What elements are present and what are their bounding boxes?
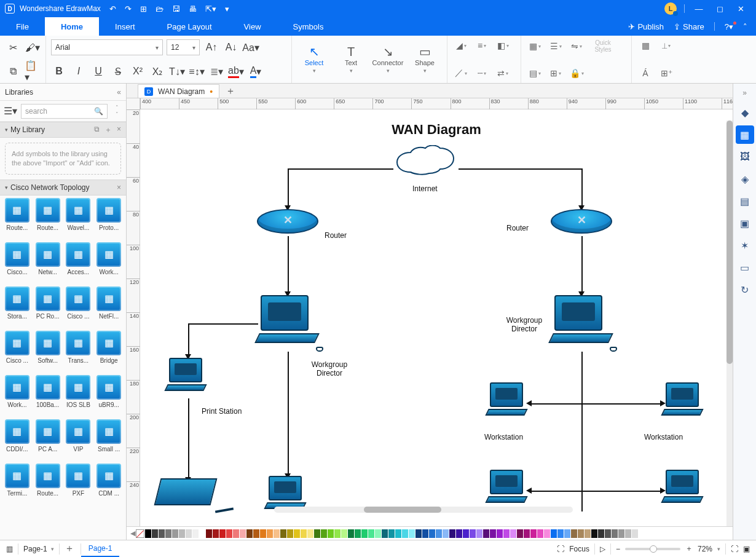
crop-icon[interactable]: ⟂ [658, 39, 675, 52]
color-chip[interactable] [226, 529, 232, 538]
connector-tool[interactable]: ↘Connector▾ [369, 38, 406, 81]
color-chip[interactable] [585, 529, 591, 538]
send-back-icon[interactable]: ▤ [526, 67, 543, 79]
library-item[interactable]: ▦PXF [64, 464, 93, 507]
color-chip[interactable] [341, 529, 347, 538]
rp-crossref-icon[interactable]: ✶ [736, 236, 754, 255]
page-tab[interactable]: Page-1 [81, 540, 120, 557]
shape-tool[interactable]: ▭Shape▾ [406, 38, 443, 81]
color-chip[interactable] [429, 529, 435, 538]
library-item[interactable]: ▦Small ... [94, 419, 124, 462]
shape-wg-left[interactable] [258, 295, 320, 350]
color-chip[interactable] [348, 529, 354, 538]
strikethrough-icon[interactable]: S̶ [110, 63, 126, 79]
color-strip-prev-icon[interactable]: ◀ [130, 529, 135, 537]
lock-icon[interactable]: 🔒 [568, 67, 585, 79]
paste-icon[interactable]: 📋▾ [25, 63, 41, 79]
canvas-v-scrollbar[interactable] [726, 120, 733, 526]
library-item[interactable]: ▦Proto... [94, 198, 124, 241]
lib-close-icon[interactable]: × [117, 125, 121, 135]
color-chip[interactable] [199, 529, 205, 538]
font-color-icon[interactable]: A▾ [248, 63, 264, 79]
color-chip[interactable] [382, 529, 388, 538]
color-chip[interactable] [571, 529, 577, 538]
shape-router-right[interactable] [551, 209, 612, 239]
color-chip[interactable] [152, 529, 158, 538]
insert-page-icon[interactable]: ▦ [637, 39, 654, 52]
rp-page-icon[interactable]: ▤ [736, 192, 754, 210]
text-find-icon[interactable]: Á [637, 67, 654, 79]
cut-icon[interactable]: ✂ [5, 39, 21, 55]
color-chip[interactable] [497, 529, 503, 538]
select-tool[interactable]: ↖Select▾ [296, 38, 333, 81]
color-chip[interactable] [422, 529, 428, 538]
library-item[interactable]: ▦NetFl... [94, 286, 124, 330]
color-chip[interactable] [375, 529, 381, 538]
color-chip[interactable] [159, 529, 165, 538]
search-icon[interactable]: 🔍 [94, 107, 103, 116]
export-icon[interactable]: ⇱▾ [205, 4, 216, 14]
color-chip[interactable] [470, 529, 476, 538]
grid-icon[interactable]: ⊞⁺ [658, 67, 675, 79]
italic-icon[interactable]: I [71, 63, 87, 79]
rp-layers-icon[interactable]: ◈ [736, 170, 754, 188]
libraries-menu-icon[interactable]: ☰▾ [4, 103, 17, 119]
library-item[interactable]: ▦Softw... [33, 331, 63, 374]
color-chip[interactable] [632, 529, 638, 538]
shadow-icon[interactable]: ◧ [494, 39, 511, 52]
color-chip[interactable] [267, 529, 273, 538]
shape-ws1[interactable] [488, 382, 531, 422]
library-item[interactable]: ▦CDDI/... [2, 419, 32, 462]
color-chip[interactable] [612, 529, 618, 538]
color-chip[interactable] [355, 529, 361, 538]
library-item[interactable]: ▦CDM ... [94, 464, 124, 507]
library-item[interactable]: ▦100Ba... [33, 375, 63, 418]
line-tool-icon[interactable]: ／ [452, 67, 470, 79]
color-chip[interactable] [206, 529, 212, 538]
libraries-search-input[interactable]: search🔍 [21, 104, 108, 119]
cisco-close-icon[interactable]: × [117, 183, 121, 192]
fit-page-icon[interactable]: ⛶ [731, 545, 738, 553]
print-icon[interactable]: 🖶 [189, 4, 197, 14]
color-chip[interactable] [260, 529, 266, 538]
color-chip[interactable] [361, 529, 368, 538]
outline-view-icon[interactable]: ▥ [6, 545, 13, 553]
zoom-out-icon[interactable]: − [616, 545, 620, 553]
document-tab[interactable]: D WAN Diagram • [138, 84, 219, 98]
library-item[interactable]: ▦PC A... [33, 419, 63, 462]
color-chip[interactable] [537, 529, 543, 538]
help-icon[interactable]: ?▾ [725, 22, 733, 31]
subscript-icon[interactable]: X₂ [149, 63, 165, 79]
tab-symbols[interactable]: Symbols [277, 17, 340, 36]
library-item[interactable]: ▦Termi... [2, 464, 32, 507]
color-chip[interactable] [557, 529, 564, 538]
line-weight-icon[interactable]: ≡ [473, 39, 490, 52]
format-painter-icon[interactable]: 🖌▾ [25, 39, 41, 55]
library-item[interactable]: ▦Cisco ... [64, 286, 93, 330]
zoom-in-icon[interactable]: ＋ [685, 543, 693, 554]
color-chip[interactable] [564, 529, 570, 538]
qat-more-icon[interactable]: ▾ [225, 4, 229, 14]
save-icon[interactable]: 🖫 [172, 4, 180, 14]
shape-wg-right[interactable] [552, 295, 613, 350]
fullscreen-icon[interactable]: ▣ [743, 545, 750, 553]
color-chip[interactable] [179, 529, 185, 538]
color-chip[interactable] [510, 529, 516, 538]
tab-file[interactable]: File [0, 17, 45, 36]
color-chip[interactable] [591, 529, 597, 538]
color-chip[interactable] [280, 529, 286, 538]
new-tab-icon[interactable]: ＋ [226, 85, 235, 98]
rp-history-icon[interactable]: ↻ [736, 280, 754, 299]
shape-router-left[interactable] [257, 209, 318, 239]
color-chip[interactable] [503, 529, 510, 538]
text-tool[interactable]: TText▾ [333, 38, 369, 81]
library-item[interactable]: ▦Stora... [2, 286, 32, 330]
color-chip[interactable] [551, 529, 557, 538]
library-item[interactable]: ▦Route... [33, 198, 63, 241]
library-item[interactable]: ▦uBR9... [94, 375, 124, 418]
lib-import-icon[interactable]: ⧉ [94, 125, 100, 135]
library-item[interactable]: ▦IOS SLB [64, 375, 93, 418]
color-chip[interactable] [219, 529, 226, 538]
library-item[interactable]: ▦Work... [94, 242, 124, 285]
color-chip[interactable] [186, 529, 192, 538]
